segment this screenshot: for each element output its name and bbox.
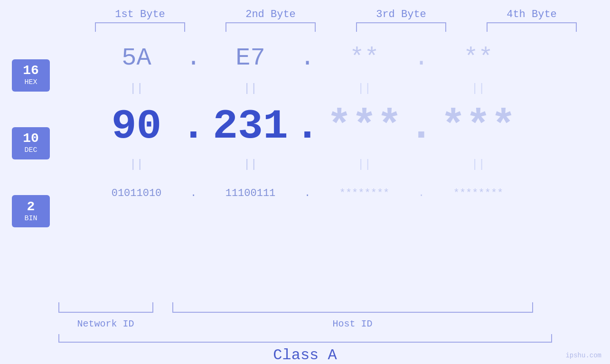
bin-b1-cell: 01011010: [89, 187, 184, 199]
eq-row-1: || || || ||: [89, 79, 583, 98]
bin-dot1: .: [190, 187, 197, 199]
hex-b1: 5A: [122, 44, 151, 72]
dec-base-label: DEC: [24, 146, 37, 154]
eq-2-2: ||: [203, 159, 298, 170]
dec-b1-cell: 90: [89, 106, 184, 148]
byte-header-3: 3rd Byte: [349, 9, 453, 20]
hex-dot3-cell: .: [412, 44, 431, 72]
host-id-bracket: [172, 302, 533, 313]
eq-2-1: ||: [89, 159, 184, 170]
hex-base-label: HEX: [24, 78, 37, 86]
dec-badge: 10 DEC: [12, 127, 50, 159]
eq-2-3: ||: [317, 159, 412, 170]
class-label: Class A: [273, 346, 337, 364]
main-area: 16 HEX 10 DEC 2 BIN 5A .: [0, 37, 610, 302]
hex-b2-cell: E7: [203, 44, 298, 72]
bin-dot3: .: [418, 187, 424, 199]
hex-b4-cell: **: [431, 44, 526, 72]
eq-sym-2-3: ||: [357, 159, 371, 170]
dec-dot1: .: [181, 106, 206, 148]
eq-sym-2-1: ||: [130, 159, 143, 170]
bin-base-label: BIN: [24, 215, 37, 223]
dec-b4: ***: [441, 106, 516, 148]
bin-b4: ********: [453, 187, 504, 199]
eq-1-2: ||: [203, 83, 298, 94]
hex-b2: E7: [235, 44, 265, 72]
labels-col: 16 HEX 10 DEC 2 BIN: [0, 37, 62, 302]
bin-row: 01011010 . 11100111 . ******** .: [89, 174, 583, 212]
bin-dot2-cell: .: [298, 187, 317, 199]
eq-sym-2-4: ||: [471, 159, 485, 170]
bin-b4-cell: ********: [431, 187, 526, 199]
hex-dot3: .: [414, 44, 429, 72]
top-brackets: [75, 22, 597, 32]
bin-dot2: .: [304, 187, 310, 199]
eq-row-2: || || || ||: [89, 155, 583, 174]
hex-dot2: .: [300, 44, 315, 72]
top-bracket-2: [225, 22, 316, 32]
network-id-bracket: [58, 302, 153, 313]
bin-b2: 11100111: [225, 187, 276, 199]
hex-b3-cell: **: [317, 44, 412, 72]
hex-row: 5A . E7 . ** . **: [89, 37, 583, 79]
dec-dot2: .: [295, 106, 320, 148]
top-bracket-1: [95, 22, 185, 32]
hex-b3: **: [349, 44, 379, 72]
dec-b1: 90: [112, 106, 162, 148]
bin-badge: 2 BIN: [12, 195, 50, 227]
watermark: ipshu.com: [565, 352, 601, 359]
main-container: 1st Byte 2nd Byte 3rd Byte 4th Byte 16 H…: [0, 0, 610, 364]
bin-b3-cell: ********: [317, 187, 412, 199]
eq-1-3: ||: [317, 83, 412, 94]
eq-sym-1-1: ||: [130, 83, 143, 94]
dec-dot1-cell: .: [184, 106, 203, 148]
label-spacer: [153, 318, 172, 329]
hex-base-num: 16: [23, 64, 39, 77]
bin-b3: ********: [339, 187, 390, 199]
byte-header-2: 2nd Byte: [218, 9, 323, 20]
eq-sym-1-2: ||: [244, 83, 257, 94]
eq-sym-1-3: ||: [357, 83, 371, 94]
dec-base-num: 10: [23, 132, 39, 145]
dec-b2-cell: 231: [203, 106, 298, 148]
hex-dot1: .: [186, 44, 201, 72]
eq-sym-2-2: ||: [244, 159, 257, 170]
bin-dot3-cell: .: [412, 187, 431, 199]
network-id-label: Network ID: [58, 318, 153, 329]
hex-dot2-cell: .: [298, 44, 317, 72]
byte-header-1: 1st Byte: [88, 9, 192, 20]
eq-1-1: ||: [89, 83, 184, 94]
eq-2-4: ||: [431, 159, 526, 170]
host-id-label: Host ID: [172, 318, 533, 329]
byte-headers: 1st Byte 2nd Byte 3rd Byte 4th Byte: [75, 9, 597, 20]
byte-header-4: 4th Byte: [479, 9, 584, 20]
hex-dot1-cell: .: [184, 44, 203, 72]
dec-dot2-cell: .: [298, 106, 317, 148]
eq-sym-1-4: ||: [471, 83, 485, 94]
hex-b1-cell: 5A: [89, 44, 184, 72]
bin-base-num: 2: [27, 200, 35, 214]
bottom-brackets-row: [58, 302, 552, 316]
bin-b1: 01011010: [112, 187, 162, 199]
bottom-section: Network ID Host ID Class A: [58, 302, 552, 364]
class-label-row: Class A: [58, 346, 552, 364]
bin-dot1-cell: .: [184, 187, 203, 199]
top-bracket-3: [356, 22, 446, 32]
dec-b3: ***: [327, 106, 402, 148]
dec-dot3-cell: .: [412, 106, 431, 148]
class-bracket: [58, 334, 552, 343]
dec-dot3: .: [409, 106, 434, 148]
hex-b4: **: [463, 44, 493, 72]
top-bracket-4: [487, 22, 577, 32]
dec-b4-cell: ***: [431, 106, 526, 148]
id-labels-row: Network ID Host ID: [58, 318, 552, 329]
dec-row: 90 . 231 . *** . ***: [89, 98, 583, 155]
eq-1-4: ||: [431, 83, 526, 94]
dec-b2: 231: [213, 106, 288, 148]
bin-b2-cell: 11100111: [203, 187, 298, 199]
dec-b3-cell: ***: [317, 106, 412, 148]
hex-badge: 16 HEX: [12, 59, 50, 92]
content-area: 5A . E7 . ** . **: [62, 37, 610, 302]
